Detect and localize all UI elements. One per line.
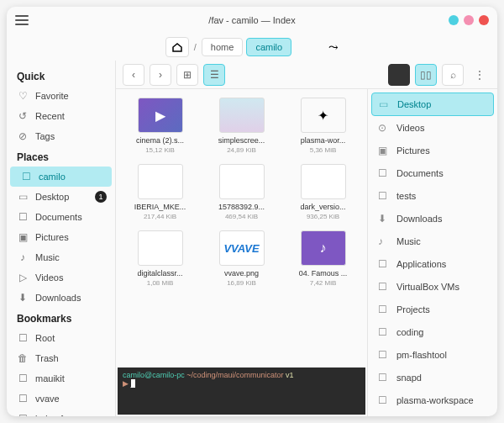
sidebar-item[interactable]: ⬇Downloads bbox=[7, 288, 115, 308]
thumbnail: VVAVE bbox=[219, 230, 265, 266]
file-item[interactable]: ♪04. Famous ...7,42 MiB bbox=[284, 227, 362, 290]
file-item[interactable]: VVAVEvvave.png16,89 KiB bbox=[202, 227, 281, 290]
sidebar-label: Recent bbox=[35, 111, 65, 121]
sidebar-label: Tags bbox=[35, 131, 55, 141]
file-size: 217,44 KiB bbox=[144, 213, 176, 220]
panel-label: Documents bbox=[396, 168, 444, 178]
folder-icon: ☐ bbox=[378, 190, 390, 202]
file-grid: ▶cinema (2).s...15,12 KiBsimplescree...2… bbox=[116, 89, 367, 367]
sidebar-label: Videos bbox=[35, 272, 63, 283]
file-size: 469,54 KiB bbox=[225, 213, 258, 220]
panel-item[interactable]: ☐tests bbox=[371, 185, 494, 207]
panel-label: snapd bbox=[396, 373, 422, 383]
folder-icon: ♪ bbox=[17, 251, 29, 263]
breadcrumb-current[interactable]: camilo bbox=[246, 38, 291, 56]
folder-icon: ♪ bbox=[378, 235, 390, 247]
folder-icon: ♡ bbox=[17, 90, 29, 102]
sidebar-label: Documents bbox=[35, 212, 82, 222]
panel-label: Videos bbox=[396, 123, 424, 133]
file-item[interactable]: 15788392.9...469,54 KiB bbox=[202, 161, 281, 224]
back-button[interactable]: ‹ bbox=[123, 64, 144, 86]
sidebar-item[interactable]: ☐Root bbox=[7, 328, 115, 348]
maximize-button[interactable] bbox=[464, 15, 474, 25]
forward-button[interactable]: › bbox=[150, 64, 171, 86]
file-name: IBERIA_MKE... bbox=[134, 203, 186, 211]
folder-icon: ▣ bbox=[17, 231, 29, 243]
view-mode-button[interactable] bbox=[388, 64, 410, 86]
path-more-icon[interactable]: ⤳ bbox=[328, 40, 339, 54]
panel-label: Projects bbox=[396, 304, 430, 315]
folder-icon: ☐ bbox=[378, 372, 390, 383]
sidebar-item[interactable]: ▭Desktop1 bbox=[7, 187, 115, 207]
sidebar: Quick ♡Favorite↺Recent⊘Tags Places ☐cami… bbox=[7, 61, 116, 416]
sidebar-label: mauikit bbox=[35, 373, 65, 383]
sidebar-item[interactable]: ▷Videos bbox=[7, 267, 115, 288]
file-name: simplescree... bbox=[218, 136, 265, 145]
folder-icon: ☐ bbox=[17, 413, 29, 416]
terminal[interactable]: camilo@camilo-pc ~/coding/maui/communica… bbox=[118, 367, 365, 415]
panel-item[interactable]: ☐Applications bbox=[371, 253, 494, 275]
file-item[interactable]: IBERIA_MKE...217,44 KiB bbox=[121, 161, 199, 224]
panel-item[interactable]: ☐logs bbox=[371, 412, 494, 416]
sidebar-item[interactable]: ☐vvave bbox=[7, 389, 115, 409]
sidebar-item[interactable]: ☐Documents bbox=[7, 207, 115, 227]
file-item[interactable]: ✦plasma-wor...5,36 MiB bbox=[284, 94, 362, 157]
file-name: dark_versio... bbox=[300, 203, 345, 211]
panel-label: Music bbox=[396, 236, 421, 246]
sidebar-item[interactable]: ♪Music bbox=[7, 247, 115, 267]
grid-view-button[interactable]: ⊞ bbox=[176, 64, 198, 86]
file-item[interactable]: simplescree...24,89 KiB bbox=[202, 94, 281, 157]
panel-item[interactable]: ☐plasma-workspace bbox=[371, 389, 494, 411]
panel-label: Applications bbox=[396, 259, 446, 269]
sidebar-item[interactable]: ▣Pictures bbox=[7, 227, 115, 247]
file-item[interactable]: ▶cinema (2).s...15,12 KiB bbox=[121, 94, 199, 157]
close-button[interactable] bbox=[479, 15, 489, 25]
folder-icon: ☐ bbox=[17, 211, 29, 223]
panel-item[interactable]: ▭Desktop bbox=[371, 93, 494, 116]
file-item[interactable]: dark_versio...936,25 KiB bbox=[284, 161, 362, 224]
sidebar-label: vvave bbox=[35, 394, 60, 404]
breadcrumb-home[interactable]: home bbox=[202, 38, 244, 56]
sidebar-label: Desktop bbox=[35, 192, 69, 202]
split-view-button[interactable]: ▯▯ bbox=[415, 64, 437, 86]
file-name: digitalclassr... bbox=[137, 269, 182, 278]
thumbnail: ▶ bbox=[138, 98, 183, 133]
minimize-button[interactable] bbox=[449, 15, 459, 25]
search-button[interactable]: ⌕ bbox=[442, 64, 464, 86]
menu-button[interactable] bbox=[15, 15, 29, 25]
panel-item[interactable]: ☐VirtualBox VMs bbox=[371, 276, 494, 298]
folder-icon: ☐ bbox=[378, 304, 390, 315]
sidebar-item[interactable]: 🗑Trash bbox=[7, 348, 115, 368]
sidebar-item[interactable]: ☐mauikit bbox=[7, 368, 115, 389]
file-item[interactable]: digitalclassr...1,08 MiB bbox=[121, 227, 199, 290]
folder-icon: ☐ bbox=[378, 326, 390, 338]
sidebar-item[interactable]: ⊘Tags bbox=[7, 126, 115, 146]
list-view-button[interactable]: ☰ bbox=[203, 64, 225, 86]
panel-item[interactable]: ▣Pictures bbox=[371, 140, 494, 161]
overflow-menu[interactable]: ⋮ bbox=[469, 64, 491, 86]
panel-item[interactable]: ☐Projects bbox=[371, 299, 494, 320]
folder-icon: ⊙ bbox=[378, 122, 390, 134]
folder-icon: ☐ bbox=[378, 281, 390, 293]
folder-icon: ⬇ bbox=[17, 292, 29, 304]
panel-label: tests bbox=[396, 191, 416, 201]
file-name: vvave.png bbox=[224, 269, 259, 278]
sidebar-label: Downloads bbox=[35, 293, 81, 303]
panel-item[interactable]: ☐snapd bbox=[371, 367, 494, 389]
panel-item[interactable]: ☐pm-flashtool bbox=[371, 344, 494, 366]
panel-item[interactable]: ⊙Videos bbox=[371, 117, 494, 139]
panel-item[interactable]: ♪Music bbox=[371, 230, 494, 252]
sidebar-item[interactable]: ↺Recent bbox=[7, 106, 115, 126]
sidebar-label: Favorite bbox=[35, 91, 69, 101]
sidebar-item[interactable]: ☐camilo bbox=[10, 167, 112, 187]
folder-icon: ☐ bbox=[20, 171, 32, 182]
home-button[interactable] bbox=[165, 37, 189, 57]
panel-item[interactable]: ☐Documents bbox=[371, 162, 494, 184]
panel-item[interactable]: ⬇Downloads bbox=[371, 208, 494, 230]
file-size: 16,89 KiB bbox=[227, 279, 256, 287]
sidebar-item[interactable]: ☐index-fm bbox=[7, 409, 115, 416]
file-size: 936,25 KiB bbox=[307, 213, 339, 220]
panel-item[interactable]: ☐coding bbox=[371, 321, 494, 343]
folder-icon: ▭ bbox=[17, 191, 29, 203]
sidebar-item[interactable]: ♡Favorite bbox=[7, 86, 115, 106]
